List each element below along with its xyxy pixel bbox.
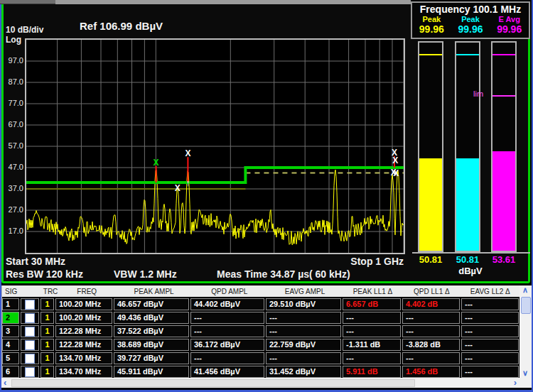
cell-checkbox xyxy=(21,352,39,364)
background-window-tab xyxy=(0,0,55,4)
meter-value: 50.81 xyxy=(416,254,446,265)
signal-marker-x[interactable]: X xyxy=(175,183,181,193)
meter-bar-peak-yellow xyxy=(418,41,443,252)
column-header-eavg-ll2-: EAVG LL2 Δ xyxy=(461,288,519,295)
y-axis-tick-label: 27.0 xyxy=(4,205,23,214)
log-scale-label: Log xyxy=(6,35,21,45)
signal-table-body: 11100.20 MHz46.657 dBµV44.402 dBµV29.510… xyxy=(2,298,519,378)
y-axis-tick-label: 17.0 xyxy=(4,227,23,235)
y-axis-tick-label: 57.0 xyxy=(4,141,23,150)
detector-label: E Avg xyxy=(490,15,529,23)
cell-peak-ll1-delta: --- xyxy=(343,312,401,324)
row-checkbox[interactable] xyxy=(25,300,35,310)
vertical-scrollbar-thumb[interactable] xyxy=(521,297,531,314)
row-checkbox[interactable] xyxy=(25,340,35,350)
scroll-right-icon[interactable]: › xyxy=(514,379,517,386)
y-axis-tick-label: 47.0 xyxy=(4,163,23,171)
cell-eavg-ll2-delta: --- xyxy=(461,339,519,351)
row-checkbox[interactable] xyxy=(25,313,35,323)
cell-checkbox xyxy=(21,325,39,337)
row-checkbox[interactable] xyxy=(25,354,35,364)
cell-freq: 100.20 MHz xyxy=(55,298,112,310)
signal-marker-x[interactable]: X xyxy=(392,156,398,165)
res-bw-label[interactable]: Res BW 120 kHz xyxy=(6,268,83,280)
meter-value: 50.81 xyxy=(453,254,483,265)
cell-peak-ampl: 49.436 dBµV xyxy=(114,312,189,324)
cell-eavg-ampl: --- xyxy=(266,325,341,337)
column-header-sig: SIG xyxy=(2,288,23,295)
meter-peak-hold-line xyxy=(456,54,479,55)
stop-freq-label[interactable]: Stop 1 GHz xyxy=(306,256,404,267)
signal-marker-x[interactable]: X xyxy=(393,168,399,178)
cell-trc: 1 xyxy=(41,298,54,310)
cell-qpd-ll1-delta: --- xyxy=(402,352,460,364)
cell-peak-ampl: 39.727 dBµV xyxy=(114,352,189,364)
start-freq-label[interactable]: Start 30 MHz xyxy=(6,256,65,267)
cell-freq: 122.28 MHz xyxy=(55,325,112,337)
detector-value: 99.96 xyxy=(412,23,451,35)
cell-eavg-ampl: 29.510 dBµV xyxy=(266,298,341,310)
cell-eavg-ll2-delta: --- xyxy=(461,312,519,324)
cell-peak-ampl: 45.911 dBµV xyxy=(114,366,189,378)
cell-qpd-ampl: --- xyxy=(190,352,264,364)
cell-peak-ll1-delta: 5.911 dB xyxy=(343,366,401,378)
table-row[interactable]: 31122.28 MHz37.522 dBµV--------------- xyxy=(2,325,519,337)
column-header-qpd-ll1-: QPD LL1 Δ xyxy=(402,288,461,295)
meas-time-label: Meas Time 34.87 µs( 60 kHz) xyxy=(217,268,350,280)
cell-eavg-ampl: --- xyxy=(266,312,341,324)
detector-value: 99.96 xyxy=(490,23,529,35)
detector-label: Peak xyxy=(451,15,490,23)
meter-fill xyxy=(492,151,515,251)
meter-unit-label: dBµV xyxy=(411,266,530,276)
table-row[interactable]: 61134.70 MHz45.911 dBµV41.456 dBµV31.452… xyxy=(2,366,519,378)
meter-fill xyxy=(419,158,442,251)
cell-peak-ll1-delta: --- xyxy=(343,325,401,337)
detector-value: 99.96 xyxy=(451,23,490,35)
table-row[interactable]: 41122.28 MHz38.689 dBµV36.172 dBµV22.759… xyxy=(2,339,519,351)
signal-table: SIGTRCFREQPEAK AMPLQPD AMPLEAVG AMPLPEAK… xyxy=(1,285,532,388)
spectrum-plot[interactable]: XXX↑XXXX xyxy=(25,38,405,254)
signal-marker-x[interactable]: X xyxy=(185,148,190,158)
cell-peak-ampl: 37.522 dBµV xyxy=(114,325,189,337)
detector-readout: Peak 99.96 xyxy=(451,15,490,35)
vbw-label[interactable]: VBW 1.2 MHz xyxy=(114,268,177,280)
detector-readouts: Peak 99.96Peak 99.96E Avg 99.96 xyxy=(412,15,529,35)
table-row[interactable]: 51134.70 MHz39.727 dBµV--------------- xyxy=(2,352,519,364)
cell-qpd-ll1-delta: --- xyxy=(402,312,460,324)
y-axis-tick-label: 87.0 xyxy=(4,77,23,86)
cell-trc: 1 xyxy=(41,366,54,378)
signal-marker-arrow[interactable]: ↑ xyxy=(185,178,190,188)
table-row[interactable]: 11100.20 MHz46.657 dBµV44.402 dBµV29.510… xyxy=(2,298,519,310)
cell-trc: 1 xyxy=(41,325,54,337)
signal-marker-x[interactable]: X xyxy=(154,158,159,168)
ref-level-label[interactable]: Ref 106.99 dBµV xyxy=(80,20,163,32)
cell-trc: 1 xyxy=(41,352,54,364)
meter-limit-label: lim xyxy=(473,89,483,98)
meter-bar-eavg-magenta xyxy=(491,41,517,252)
y-axis-tick-label: 77.0 xyxy=(4,99,23,107)
cell-qpd-ampl: --- xyxy=(190,325,264,337)
cell-freq: 100.20 MHz xyxy=(55,312,112,324)
cell-checkbox xyxy=(21,298,39,310)
cell-sig: 2 xyxy=(2,312,19,324)
scroll-down-icon[interactable]: ∨ xyxy=(522,369,528,377)
horizontal-scrollbar[interactable]: ‹ › xyxy=(1,378,519,388)
scrollbar-corner xyxy=(519,378,532,388)
cell-checkbox xyxy=(21,366,39,378)
row-checkbox[interactable] xyxy=(25,367,35,377)
cell-eavg-ampl: 31.452 dBµV xyxy=(266,366,341,378)
cell-eavg-ampl: 22.759 dBµV xyxy=(266,339,341,351)
row-checkbox[interactable] xyxy=(25,327,35,337)
signal-table-header: SIGTRCFREQPEAK AMPLQPD AMPLEAVG AMPLPEAK… xyxy=(2,285,519,297)
spectrum-plot-svg: XXX↑XXXX xyxy=(26,40,404,253)
detector-label: Peak xyxy=(412,15,451,23)
vertical-scrollbar[interactable]: ∧ ∨ xyxy=(519,285,532,378)
cell-sig: 3 xyxy=(2,325,19,337)
scroll-up-icon[interactable]: ∧ xyxy=(522,286,528,294)
cell-eavg-ll2-delta: --- xyxy=(461,298,519,310)
frequency-readout-panel: Frequency 100.1 MHz Peak 99.96Peak 99.96… xyxy=(411,1,530,39)
frequency-readout-title: Frequency 100.1 MHz xyxy=(412,4,529,15)
scroll-left-icon[interactable]: ‹ xyxy=(4,379,6,386)
table-row[interactable]: 21100.20 MHz49.436 dBµV--------------- xyxy=(2,312,519,324)
horizontal-scrollbar-thumb[interactable] xyxy=(11,379,415,387)
